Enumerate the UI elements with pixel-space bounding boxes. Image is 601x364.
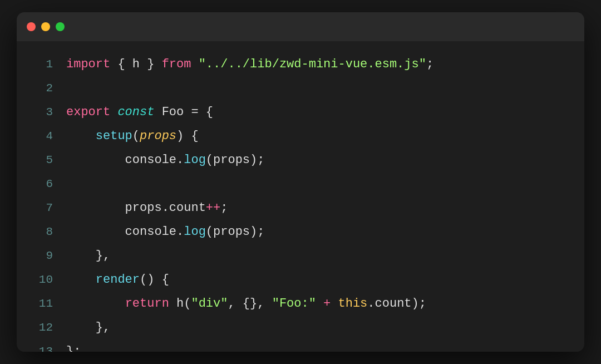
code-content: console.log(props); [66, 220, 264, 244]
line-number: 4 [28, 124, 53, 148]
code-editor-window: 1 import { h } from "../../lib/zwd-mini-… [17, 12, 584, 352]
code-content: }, [66, 316, 110, 340]
code-line: 6 [17, 172, 584, 196]
code-content: console.log(props); [66, 148, 264, 172]
code-line: 12 }, [17, 316, 584, 340]
code-line: 4 setup(props) { [17, 124, 584, 148]
code-content: }; [66, 340, 81, 352]
line-number: 7 [28, 196, 53, 220]
code-content: setup(props) { [66, 124, 199, 148]
line-number: 11 [28, 292, 53, 316]
line-number: 2 [28, 76, 53, 100]
close-button[interactable] [27, 22, 36, 31]
titlebar [17, 12, 584, 41]
minimize-button[interactable] [41, 22, 50, 31]
code-line: 1 import { h } from "../../lib/zwd-mini-… [17, 52, 584, 76]
code-line: 11 return h("div", {}, "Foo:" + this.cou… [17, 292, 584, 316]
code-content: }, [66, 244, 110, 268]
code-line: 7 props.count++; [17, 196, 584, 220]
line-number: 5 [28, 148, 53, 172]
code-line: 10 render() { [17, 268, 584, 292]
line-number: 12 [28, 316, 53, 340]
code-line: 5 console.log(props); [17, 148, 584, 172]
maximize-button[interactable] [56, 22, 65, 31]
code-line: 3 export const Foo = { [17, 100, 584, 124]
code-line: 8 console.log(props); [17, 220, 584, 244]
code-line: 13 }; [17, 340, 584, 352]
line-number: 6 [28, 172, 53, 196]
code-line: 2 [17, 76, 584, 100]
line-number: 10 [28, 268, 53, 292]
code-content: export const Foo = { [66, 100, 213, 124]
line-number: 1 [28, 52, 53, 76]
code-area: 1 import { h } from "../../lib/zwd-mini-… [17, 41, 584, 352]
code-content: render() { [66, 268, 169, 292]
line-number: 8 [28, 220, 53, 244]
code-content: return h("div", {}, "Foo:" + this.count)… [66, 292, 426, 316]
code-content: props.count++; [66, 196, 228, 220]
code-content: import { h } from "../../lib/zwd-mini-vu… [66, 52, 433, 76]
line-number: 9 [28, 244, 53, 268]
line-number: 13 [28, 340, 53, 352]
code-line: 9 }, [17, 244, 584, 268]
line-number: 3 [28, 100, 53, 124]
